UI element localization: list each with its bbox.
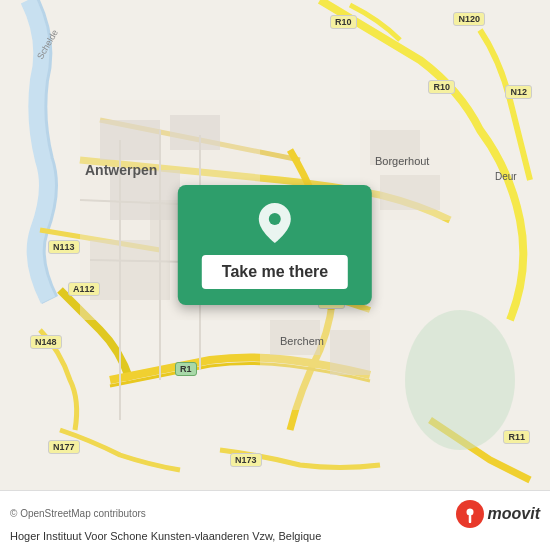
road-badge-n177: N177 [48,440,80,454]
moovit-icon [456,500,484,528]
green-card: Take me there [178,185,372,305]
moovit-logo: moovit [456,500,540,528]
road-badge-a112: A112 [68,282,100,296]
road-badge-n120: N120 [453,12,485,26]
svg-rect-2 [100,120,160,160]
road-badge-n113: N113 [48,240,80,254]
location-pin-icon [253,201,297,245]
moovit-label: moovit [488,505,540,523]
road-badge-n12: N12 [505,85,532,99]
road-badge-r10-right: R10 [428,80,455,94]
place-name: Hoger Instituut Voor Schone Kunsten-vlaa… [10,530,540,542]
navigation-card: Take me there [178,185,372,305]
svg-rect-12 [330,330,370,375]
svg-text:Borgerhout: Borgerhout [375,155,429,167]
road-badge-n148: N148 [30,335,62,349]
svg-point-24 [269,213,281,225]
svg-rect-3 [170,115,220,150]
footer: © OpenStreetMap contributors moovit Hoge… [0,490,550,550]
road-badge-r10-top: R10 [330,15,357,29]
road-badge-r11: R11 [503,430,530,444]
map-container: Antwerpen Borgerhout Berchem Deur Scheld… [0,0,550,490]
svg-point-25 [466,508,473,515]
svg-rect-9 [380,175,440,210]
road-badge-n173: N173 [230,453,262,467]
svg-text:Berchem: Berchem [280,335,324,347]
svg-text:Deur: Deur [495,171,517,182]
take-me-there-button[interactable]: Take me there [202,255,348,289]
svg-rect-5 [90,240,170,300]
road-badge-r1: R1 [175,362,197,376]
svg-text:Antwerpen: Antwerpen [85,162,157,178]
map-attribution: © OpenStreetMap contributors [10,508,146,519]
svg-point-13 [405,310,515,450]
